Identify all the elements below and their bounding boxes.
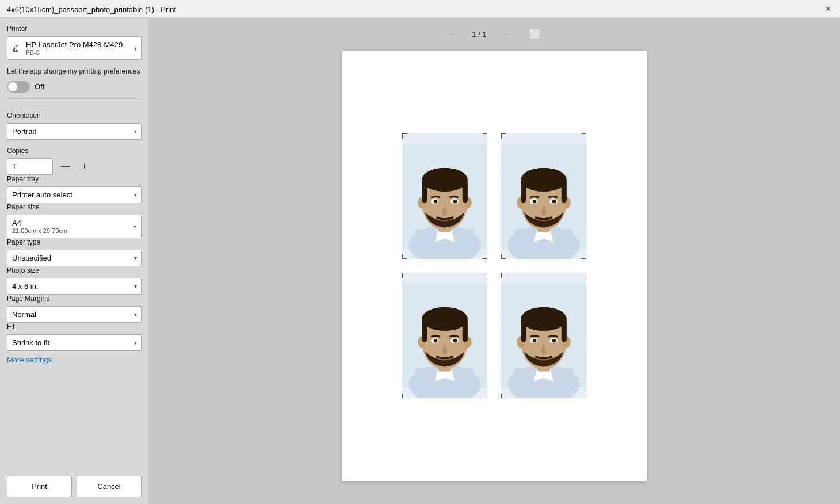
photo-size-select-wrapper[interactable]: 4 x 6 in. 5 x 7 in. 8 x 10 in. ▾ <box>7 278 142 295</box>
svg-rect-16 <box>422 180 427 203</box>
printer-name: HP LaserJet Pro M428-M429 <box>26 40 125 49</box>
svg-point-32 <box>533 200 537 204</box>
paper-size-select[interactable]: A4 21.00cm x 29.70cm ▾ <box>7 215 142 238</box>
svg-point-27 <box>522 168 565 188</box>
close-button[interactable]: × <box>823 5 833 14</box>
paper-preview <box>342 51 647 481</box>
passport-photo-4 <box>501 273 586 398</box>
main-layout: Printer 🖨 HP LaserJet Pro M428-M429 FB-8… <box>0 18 840 504</box>
photo-cell-1 <box>402 133 487 259</box>
fullscreen-button[interactable]: ⬜ <box>525 28 545 41</box>
svg-point-63 <box>522 307 565 327</box>
orientation-label: Orientation <box>7 112 142 120</box>
paper-size-section: Paper size A4 21.00cm x 29.70cm ▾ <box>7 203 142 238</box>
svg-rect-34 <box>521 180 526 203</box>
divider-1 <box>7 98 142 99</box>
photo-size-label: Photo size <box>7 266 142 274</box>
passport-photo-2 <box>501 133 586 259</box>
photo-cell-4 <box>501 273 586 398</box>
next-page-button[interactable]: → <box>496 27 516 41</box>
paper-tray-label: Paper tray <box>7 175 142 183</box>
photo-cell-2 <box>501 133 586 259</box>
toggle-label: Off <box>35 82 44 91</box>
orientation-select-wrapper[interactable]: Portrait Landscape ▾ <box>7 123 142 140</box>
fit-select-wrapper[interactable]: Shrink to fit Fill page Actual size ▾ <box>7 334 142 351</box>
copies-control: 1 — + <box>7 158 142 175</box>
photo-cell-3 <box>402 273 487 398</box>
svg-rect-17 <box>463 180 468 203</box>
page-indicator: 1 / 1 <box>472 30 486 39</box>
corner-bl-3 <box>402 394 407 398</box>
paper-size-label: Paper size <box>7 203 142 211</box>
corner-tr-3 <box>483 273 487 277</box>
page-margins-label: Page Margins <box>7 295 142 303</box>
paper-size-sub: 21.00cm x 29.70cm <box>12 227 125 234</box>
corner-bl-1 <box>402 254 407 259</box>
svg-point-33 <box>552 200 556 204</box>
svg-point-14 <box>434 200 438 204</box>
title-bar: 4x6(10x15cm)_passport_photo_printable (1… <box>0 0 840 18</box>
preferences-label: Let the app change my printing preferenc… <box>7 67 142 77</box>
copies-increase-button[interactable]: + <box>78 161 90 172</box>
orientation-select[interactable]: Portrait Landscape <box>7 123 142 140</box>
passport-photo-3 <box>402 273 487 398</box>
page-margins-select[interactable]: Normal Narrow Wide <box>7 306 142 323</box>
right-panel: ← 1 / 1 → ⬜ <box>148 18 840 504</box>
svg-rect-35 <box>562 180 567 203</box>
svg-point-50 <box>434 339 438 343</box>
preview-nav: ← 1 / 1 → ⬜ <box>443 27 545 41</box>
preferences-toggle[interactable] <box>7 81 30 93</box>
paper-tray-select-wrapper[interactable]: Printer auto select ▾ <box>7 186 142 203</box>
more-settings-link[interactable]: More settings <box>7 356 142 364</box>
fit-section: Fit Shrink to fit Fill page Actual size … <box>7 323 142 351</box>
paper-type-select-wrapper[interactable]: Unspecified Plain Photo ▾ <box>7 250 142 266</box>
cancel-button[interactable]: Cancel <box>77 476 142 497</box>
page-margins-select-wrapper[interactable]: Normal Narrow Wide ▾ <box>7 306 142 323</box>
paper-size-chevron-icon: ▾ <box>133 223 136 230</box>
paper-tray-section: Paper tray Printer auto select ▾ <box>7 175 142 203</box>
svg-point-68 <box>533 339 537 343</box>
photo-grid <box>402 133 586 398</box>
copies-decrease-button[interactable]: — <box>58 161 74 172</box>
corner-tr-1 <box>483 133 487 138</box>
button-row: Print Cancel <box>7 467 142 497</box>
svg-rect-70 <box>521 319 526 342</box>
paper-size-value: A4 <box>12 219 125 227</box>
svg-point-9 <box>423 168 466 188</box>
left-panel: Printer 🖨 HP LaserJet Pro M428-M429 FB-8… <box>0 18 148 504</box>
printer-select-display[interactable]: HP LaserJet Pro M428-M429 FB-8 <box>7 36 142 60</box>
corner-bl-2 <box>501 254 506 259</box>
photo-size-select[interactable]: 4 x 6 in. 5 x 7 in. 8 x 10 in. <box>7 278 142 295</box>
fit-label: Fit <box>7 323 142 331</box>
svg-rect-53 <box>463 319 468 342</box>
paper-type-section: Paper type Unspecified Plain Photo ▾ <box>7 238 142 266</box>
fit-select[interactable]: Shrink to fit Fill page Actual size <box>7 334 142 351</box>
prev-page-button[interactable]: ← <box>443 27 463 41</box>
printer-selector[interactable]: 🖨 HP LaserJet Pro M428-M429 FB-8 ▾ <box>7 36 142 60</box>
orientation-section: Orientation Portrait Landscape ▾ <box>7 112 142 140</box>
svg-point-15 <box>453 200 457 204</box>
window-title: 4x6(10x15cm)_passport_photo_printable (1… <box>7 5 176 14</box>
svg-point-51 <box>453 339 457 343</box>
svg-rect-52 <box>422 319 427 342</box>
copies-label: Copies <box>7 147 142 155</box>
svg-rect-71 <box>562 319 567 342</box>
paper-tray-select[interactable]: Printer auto select <box>7 186 142 203</box>
copies-input[interactable]: 1 <box>7 158 53 175</box>
copies-section: Copies 1 — + <box>7 147 142 175</box>
preferences-section: Let the app change my printing preferenc… <box>7 67 142 93</box>
photo-size-section: Photo size 4 x 6 in. 5 x 7 in. 8 x 10 in… <box>7 266 142 295</box>
corner-tr-2 <box>582 133 586 138</box>
corner-tr-4 <box>582 273 586 277</box>
printer-model: FB-8 <box>26 49 125 56</box>
corner-bl-4 <box>501 394 506 398</box>
page-margins-section: Page Margins Normal Narrow Wide ▾ <box>7 295 142 323</box>
printer-label: Printer <box>7 25 142 33</box>
svg-point-45 <box>423 307 466 327</box>
toggle-row: Off <box>7 81 142 93</box>
svg-point-69 <box>552 339 556 343</box>
paper-type-label: Paper type <box>7 238 142 246</box>
passport-photo-1 <box>402 133 487 259</box>
paper-type-select[interactable]: Unspecified Plain Photo <box>7 250 142 266</box>
print-button[interactable]: Print <box>7 476 72 497</box>
